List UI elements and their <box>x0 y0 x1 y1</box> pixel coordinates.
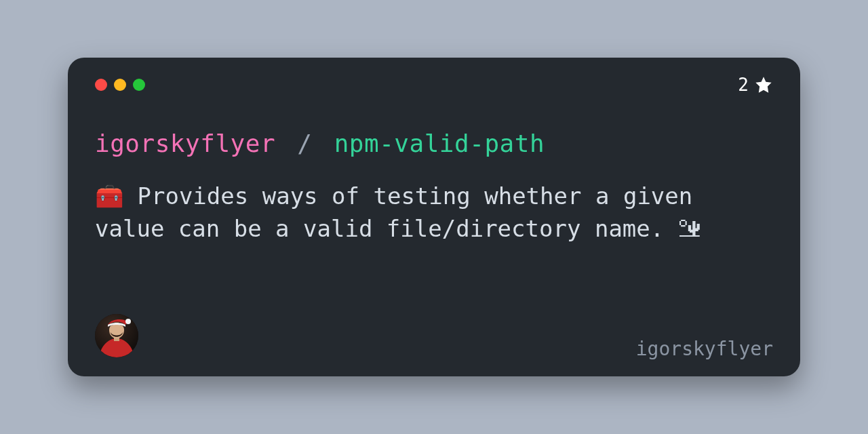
window-controls <box>95 79 145 91</box>
repo-description: 🧰 Provides ways of testing whether a giv… <box>95 180 746 245</box>
repo-owner[interactable]: igorskyflyer <box>95 130 275 157</box>
star-icon <box>754 75 773 94</box>
minimize-icon[interactable] <box>114 79 126 91</box>
path-separator: / <box>297 130 312 157</box>
star-count: 2 <box>738 75 773 95</box>
footer-username[interactable]: igorskyflyer <box>636 338 773 360</box>
svg-point-3 <box>125 319 131 324</box>
repo-name[interactable]: npm-valid-path <box>334 130 545 157</box>
avatar[interactable] <box>95 314 138 357</box>
star-count-value: 2 <box>738 75 749 95</box>
titlebar: 2 <box>95 77 773 93</box>
repo-path: igorskyflyer / npm-valid-path <box>95 130 773 157</box>
repo-card: 2 igorskyflyer / npm-valid-path 🧰 Provid… <box>68 58 800 376</box>
maximize-icon[interactable] <box>133 79 145 91</box>
close-icon[interactable] <box>95 79 107 91</box>
